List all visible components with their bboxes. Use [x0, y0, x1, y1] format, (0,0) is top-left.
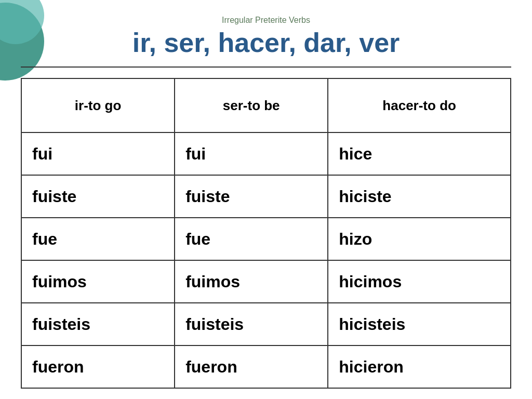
- cell-r5-c0: fueron: [21, 345, 175, 388]
- verb-table: ir-to goser-to behacer-to dofuifuihicefu…: [21, 78, 511, 389]
- table-header-row: ir-to goser-to behacer-to do: [21, 78, 511, 132]
- page-container: Irregular Preterite Verbs ir, ser, hacer…: [0, 0, 532, 399]
- cell-r3-c1: fuimos: [175, 260, 328, 303]
- cell-r4-c2: hicisteis: [328, 303, 511, 345]
- divider: [21, 66, 511, 68]
- main-title: ir, ser, hacer, dar, ver: [132, 27, 400, 58]
- header-cell-2: hacer-to do: [328, 78, 511, 132]
- cell-r3-c0: fuimos: [21, 260, 175, 303]
- cell-r2-c1: fue: [175, 218, 328, 260]
- table-row: fuefuehizo: [21, 218, 511, 260]
- cell-r1-c0: fuiste: [21, 175, 175, 218]
- cell-r3-c2: hicimos: [328, 260, 511, 303]
- cell-r5-c1: fueron: [175, 345, 328, 388]
- cell-r1-c1: fuiste: [175, 175, 328, 218]
- header-cell-0: ir-to go: [21, 78, 175, 132]
- cell-r4-c0: fuisteis: [21, 303, 175, 345]
- cell-r0-c2: hice: [328, 132, 511, 175]
- cell-r4-c1: fuisteis: [175, 303, 328, 345]
- cell-r2-c0: fue: [21, 218, 175, 260]
- table-row: fuifuihice: [21, 132, 511, 175]
- table-row: fuimosfuimoshicimos: [21, 260, 511, 303]
- table-row: fuisteisfuisteishicisteis: [21, 303, 511, 345]
- table-row: fueronfueronhicieron: [21, 345, 511, 388]
- cell-r2-c2: hizo: [328, 218, 511, 260]
- subtitle: Irregular Preterite Verbs: [222, 16, 310, 25]
- cell-r0-c1: fui: [175, 132, 328, 175]
- cell-r1-c2: hiciste: [328, 175, 511, 218]
- table-row: fuistefuistehiciste: [21, 175, 511, 218]
- cell-r0-c0: fui: [21, 132, 175, 175]
- cell-r5-c2: hicieron: [328, 345, 511, 388]
- header-cell-1: ser-to be: [175, 78, 328, 132]
